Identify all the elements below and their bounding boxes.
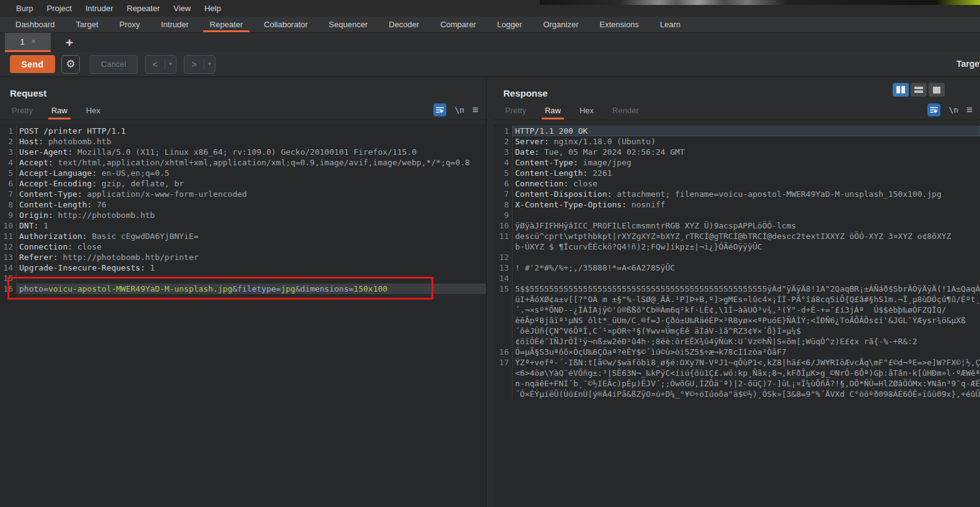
request-line-text: DNT: 1 [17,220,486,231]
line-number: 13 [0,252,17,262]
param-value: voicu-apostol-MWER49YaD-M-unsplash.jpg [48,284,232,293]
word-wrap-icon[interactable] [927,103,940,116]
request-tab-hex[interactable]: Hex [77,101,110,119]
text-segment: Content-Type: [19,189,82,199]
menu-repeater[interactable]: Repeater [120,4,167,13]
newline-toggle-icon[interactable]: \n [454,105,464,115]
request-line: 12Connection: close [0,241,486,252]
tab-organizer[interactable]: Organizer [532,17,589,32]
request-line: 4Accept: text/html,application/xhtml+xml… [0,157,486,168]
text-segment: Mozilla/5.0 (X11; Linux x86_64; rv:109.0… [72,147,417,157]
request-line-text: Accept-Language: en-US,en;q=0.5 [17,168,486,178]
response-tab-raw[interactable]: Raw [536,101,570,119]
response-tab-hex[interactable]: Hex [570,101,603,119]
line-number: 16 [493,347,513,357]
param-value: 150x100 [353,284,388,293]
response-line-text: Content-Length: 2261 [513,168,980,178]
response-tab-render[interactable]: Render [603,101,648,119]
chevron-down-icon[interactable]: ▼ [204,61,215,67]
request-line: 6Accept-Encoding: gzip, deflate, br [0,178,486,189]
text-segment: Ó=µÃ§S3uªôõ×ÒçU‰6ÇÓaª?èÊY$©´ìú©ù>òi5Z5$÷… [515,347,786,357]
tab-repeater[interactable]: Repeater [199,17,253,32]
line-number: 2 [0,136,17,147]
request-panel: Request PrettyRawHex \n ≡ 1POST /printer… [0,78,487,507]
response-editor[interactable]: 1HTTP/1.1 200 OK2Server: nginx/1.18.0 (U… [493,124,980,507]
tab-logger[interactable]: Logger [487,17,532,32]
text-segment: http://photobomb.htb [53,210,155,220]
send-button[interactable]: Send [10,55,55,73]
response-line: 2Server: nginx/1.18.0 (Ubuntu) [493,136,980,147]
param-value: jpg [281,284,295,293]
line-number: 3 [0,147,17,157]
request-tab-raw[interactable]: Raw [42,101,77,119]
response-tab-pretty[interactable]: Pretty [496,101,536,119]
add-tab-button[interactable]: + [66,33,73,52]
response-line-text: ! #'2*#%/%+;,/35888!*=A<6A2785ÿÛC [513,262,980,273]
tab-learn[interactable]: Learn [649,17,691,32]
back-arrow-icon[interactable]: < [145,59,165,69]
text-segment: ÿØÿàJFIFHHÿâICC_PROFILElcmsmntrRGB XYZ Ü… [515,221,796,230]
text-segment: close [72,242,102,251]
tab-intruder[interactable]: Intruder [150,17,199,32]
text-segment: 1 [38,221,48,230]
param-name: &filetype= [232,284,280,293]
menu-burp[interactable]: Burp [9,4,40,13]
request-line-text: Content-Length: 76 [17,199,486,210]
request-editor[interactable]: 1POST /printer HTTP/1.12Host: photobomb.… [0,124,486,507]
tab-collaborator[interactable]: Collaborator [253,17,318,32]
response-panel-title: Response [503,88,980,98]
tab-sequencer[interactable]: Sequencer [318,17,378,32]
text-segment: POST /printer HTTP/1.1 [19,126,126,136]
hamburger-menu-icon[interactable]: ≡ [472,104,479,116]
text-segment: X-Content-Type-Options: [515,200,627,209]
forward-arrow-icon[interactable]: > [184,59,204,69]
cancel-button[interactable]: Cancel [90,55,137,74]
tab-comparer[interactable]: Comparer [430,17,487,32]
request-line-text: Accept-Encoding: gzip, deflate, br [17,178,486,189]
newline-toggle-icon[interactable]: \n [948,105,958,115]
request-line-text: Referer: http://photobomb.htb/printer [17,252,486,262]
gear-icon[interactable]: ⚙ [61,55,80,74]
repeater-toolbar: Send ⚙ Cancel < ▼ > ▼ Target: [0,52,980,77]
close-icon[interactable]: × [32,37,36,46]
text-segment: ÝZª+vefª-´-IßN:t[å©w/$wäfôbì8¸ø§é:OXy7N-… [515,358,980,399]
word-wrap-icon[interactable] [433,103,446,116]
menu-intruder[interactable]: Intruder [79,4,120,13]
text-segment: nosniff [627,200,666,209]
tab-target[interactable]: Target [66,17,109,32]
request-line-text: Authorization: Basic cEgwdDA6YjBNYiE= [17,231,486,241]
menu-view[interactable]: View [167,4,197,13]
response-line: 7Content-Disposition: attachment; filena… [493,189,980,199]
text-segment: en-US,en;q=0.5 [97,168,169,178]
request-line: 13Referer: http://photobomb.htb/printer [0,252,486,262]
tab-extensions[interactable]: Extensions [589,17,650,32]
line-number: 15 [493,284,513,347]
text-segment: Tue, 05 Mar 2024 02:56:24 GMT [539,147,685,157]
chevron-down-icon[interactable]: ▼ [165,61,176,67]
session-tab-1[interactable]: 1 × [5,33,51,52]
tab-dashboard[interactable]: Dashboard [5,17,66,32]
text-segment: Authorization: [19,232,87,241]
response-line: 10ÿØÿàJFIFHHÿâICC_PROFILElcmsmntrRGB XYZ… [493,220,980,231]
text-segment: Connection: [515,179,568,188]
response-line-text: X-Content-Type-Options: nosniff [513,199,980,210]
line-number: 1 [493,126,513,136]
forward-button[interactable]: > ▼ [184,55,215,74]
burp-suite-window: BurpProjectIntruderRepeaterViewHelp Dash… [0,0,980,507]
tab-proxy[interactable]: Proxy [109,17,150,32]
text-segment: Basic cEgwdDA6YjBNYiE= [87,232,199,241]
response-tab-strip: PrettyRawHexRender [496,101,648,119]
menu-help[interactable]: Help [197,4,228,13]
response-line: 4Content-Type: image/jpeg [493,157,980,168]
menu-project[interactable]: Project [40,4,78,13]
param-name: &dimensions= [295,284,353,293]
hamburger-menu-icon[interactable]: ≡ [966,104,973,116]
back-button[interactable]: < ▼ [145,55,176,74]
tab-decoder[interactable]: Decoder [378,17,430,32]
repeater-session-tab-bar: 1 × + [0,33,980,52]
request-tab-pretty[interactable]: Pretty [2,101,42,119]
text-segment: Server: [515,137,549,146]
text-segment: Connection: [19,242,72,251]
request-line: 3User-Agent: Mozilla/5.0 (X11; Linux x86… [0,147,486,157]
response-line: 5Content-Length: 2261 [493,168,980,178]
